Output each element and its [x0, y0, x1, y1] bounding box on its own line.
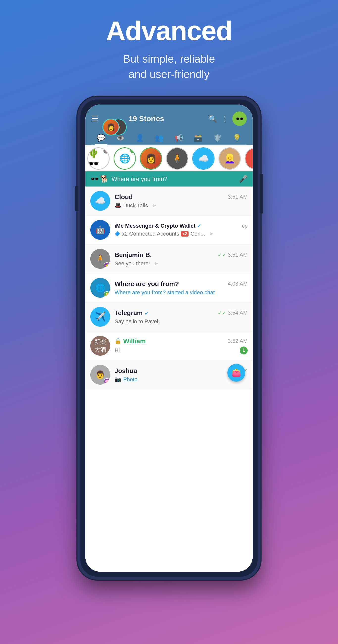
double-check-telegram: ✓✓ — [218, 310, 226, 316]
chat-time-cloud: 3:51 AM — [228, 194, 248, 200]
menu-icon[interactable]: ☰ — [91, 114, 98, 123]
header-icons: 🔍 ⋮ — [208, 115, 228, 123]
tab-privacy[interactable]: 🛡️ — [211, 133, 224, 143]
mic-icon[interactable]: 🎤 — [239, 175, 248, 183]
avatar-ime: 🤖 — [90, 220, 110, 240]
chat-item-ime[interactable]: 🤖 iMe Messenger & Crypto Wallet ✓ cp 🔷 x… — [85, 216, 253, 244]
search-icon[interactable]: 🔍 — [208, 115, 217, 123]
chat-time-benjamin: 3:51 AM — [228, 252, 248, 258]
tab-contacts[interactable]: 👤 — [134, 133, 146, 143]
volume-button — [75, 186, 78, 211]
chat-time-where: 4:03 AM — [228, 281, 248, 287]
chat-time-telegram: 3:54 AM — [228, 310, 248, 316]
story-item-7[interactable]: 新酒 — [243, 145, 253, 171]
avatar-telegram: ✈️ — [90, 307, 110, 327]
user-avatar[interactable]: 🕶️ — [232, 112, 247, 126]
search-emoji-1: 🕶️ — [90, 175, 99, 183]
chat-preview-cloud: 🎩 Duck Tails ➤ — [115, 202, 248, 209]
send-icon-ime: ➤ — [209, 230, 214, 237]
chat-time-william: 3:52 AM — [228, 338, 248, 344]
chat-name-row-where: Where are you from? 4:03 AM — [115, 280, 248, 288]
chat-name-row-benjamin: Benjamin B. ✓✓ 3:51 AM — [115, 251, 248, 259]
chat-item-joshua[interactable]: 👨 🌸 Joshua ✓ 📷 — [85, 360, 253, 389]
chat-list: ☁️ Cloud 3:51 AM 🎩 Duck Tails ➤ — [85, 186, 253, 572]
chat-name-telegram: Telegram ✓ — [115, 309, 149, 317]
avatar-joshua: 👨 🌸 — [90, 365, 110, 385]
tab-archived[interactable]: 🗃️ — [192, 133, 204, 143]
chat-preview-icon-ime: 🔷 — [115, 231, 120, 236]
story-item-6[interactable]: 👱‍♀️ — [217, 145, 243, 171]
chat-preview-where: Where are you from? started a video chat — [115, 289, 248, 296]
chat-name-row-william: 🔒 William 3:52 AM — [115, 337, 248, 345]
chat-preview-telegram: Say hello to Pavel! — [115, 318, 248, 325]
fab-wallet-button[interactable]: 👛 — [227, 364, 245, 382]
double-check-benjamin: ✓✓ — [218, 252, 226, 258]
story-item-4[interactable]: 🧍 — [164, 145, 190, 171]
send-icon-cloud: ➤ — [152, 202, 156, 209]
chat-preview-joshua: 📷 Photo — [115, 376, 248, 383]
phone-frame: ☰ 👩 🧍 19 Stories — [77, 96, 261, 580]
app-screen: ☰ 👩 🧍 19 Stories — [85, 104, 253, 572]
avatar-william: 新楽大酒 — [90, 336, 110, 356]
badge-benjamin: ⭐ — [104, 262, 110, 269]
chat-preview-text-joshua: Photo — [123, 376, 138, 383]
stories-row: 🌵🕶️ 📌 🌐 1 👩 — [85, 145, 253, 172]
chat-name-row-telegram: Telegram ✓ ✓✓ 3:54 AM — [115, 309, 248, 317]
chat-name-ime: iMe Messenger & Crypto Wallet ✓ — [115, 223, 201, 229]
chat-preview-ime: 🔷 x2 Connected Accounts x2 Con... ➤ — [115, 230, 248, 237]
tab-groups[interactable]: 👥 — [153, 133, 166, 143]
lock-icon-william: 🔒 — [115, 338, 121, 344]
search-emoji-2: 🐕 — [100, 175, 109, 183]
chat-preview-icon-joshua: 📷 — [115, 376, 121, 383]
tab-channels[interactable]: 📢 — [172, 133, 185, 143]
unread-badge-william: 1 — [240, 346, 248, 354]
phone-mockup: ☰ 👩 🧍 19 Stories — [77, 96, 261, 580]
chat-preview-text-telegram: Say hello to Pavel! — [115, 318, 160, 325]
chat-item-benjamin[interactable]: 🧍 ⭐ Benjamin B. ✓✓ 3:51 AM — [85, 244, 253, 274]
tab-tips[interactable]: 💡 — [231, 133, 243, 143]
hero-subtitle: But simple, reliableand user-friendly — [123, 51, 215, 82]
chat-item-where[interactable]: 🌐 🔔 Where are you from? 4:03 AM Where ar… — [85, 274, 253, 302]
x2-badge: x2 — [181, 231, 189, 236]
story-item-2[interactable]: 🌐 1 — [112, 145, 138, 171]
chat-info-ime: iMe Messenger & Crypto Wallet ✓ cp 🔷 x2 … — [115, 223, 248, 237]
chat-item-telegram[interactable]: ✈️ Telegram ✓ ✓✓ 3:54 AM Sa — [85, 302, 253, 332]
chat-preview-william: Hi 1 — [115, 346, 248, 354]
notify-badge-where: 🔔 — [104, 291, 110, 298]
chat-name-william: William — [123, 337, 146, 345]
chat-preview-benjamin: See you there! ➤ — [115, 260, 248, 267]
chat-item-cloud[interactable]: ☁️ Cloud 3:51 AM 🎩 Duck Tails ➤ — [85, 186, 253, 216]
phone-screen: ☰ 👩 🧍 19 Stories — [85, 104, 253, 572]
chat-name-cloud: Cloud — [115, 193, 133, 201]
more-options-icon[interactable]: ⋮ — [221, 115, 228, 123]
chat-name-benjamin: Benjamin B. — [115, 251, 152, 259]
story-item-5[interactable]: ☁️ — [190, 145, 217, 171]
story-item-3[interactable]: 👩 — [138, 145, 164, 171]
chat-info-telegram: Telegram ✓ ✓✓ 3:54 AM Say hello to Pavel… — [115, 309, 248, 325]
avatar-where: 🌐 🔔 — [90, 278, 110, 298]
badge-joshua: 🌸 — [104, 378, 110, 385]
chat-item-william[interactable]: 新楽大酒 🔒 William 3:52 AM Hi — [85, 332, 253, 360]
story-avatar-1[interactable]: 👩 — [102, 119, 119, 136]
chat-preview-text-william: Hi — [115, 347, 120, 354]
chat-name-where: Where are you from? — [115, 280, 179, 288]
chat-info-cloud: Cloud 3:51 AM 🎩 Duck Tails ➤ — [115, 193, 248, 209]
chat-preview-text-ime: x2 Connected Accounts — [122, 230, 179, 237]
chat-preview-text-where: Where are you from? started a video chat — [115, 289, 215, 296]
header-top-row: ☰ 👩 🧍 19 Stories — [91, 112, 247, 126]
search-bar-text: Where are you from? — [112, 176, 239, 182]
avatar-cloud: ☁️ — [90, 191, 110, 211]
tab-chats[interactable]: 💬 — [95, 133, 107, 143]
search-bar[interactable]: 🕶️ 🐕 Where are you from? 🎤 — [85, 172, 253, 186]
chat-name-joshua: Joshua — [115, 367, 137, 375]
power-button — [260, 174, 263, 214]
chat-name-row-ime: iMe Messenger & Crypto Wallet ✓ cp — [115, 223, 248, 229]
header-title: 19 Stories — [129, 114, 204, 123]
send-icon-benjamin: ➤ — [154, 260, 158, 267]
chat-time-ime: cp — [242, 223, 248, 229]
search-bar-emojis: 🕶️ 🐕 — [90, 175, 109, 183]
chat-info-william: 🔒 William 3:52 AM Hi 1 — [115, 337, 248, 354]
verified-icon-telegram: ✓ — [144, 310, 149, 316]
story-item-1[interactable]: 🌵🕶️ 📌 — [85, 145, 112, 171]
app-header: ☰ 👩 🧍 19 Stories — [85, 104, 253, 145]
